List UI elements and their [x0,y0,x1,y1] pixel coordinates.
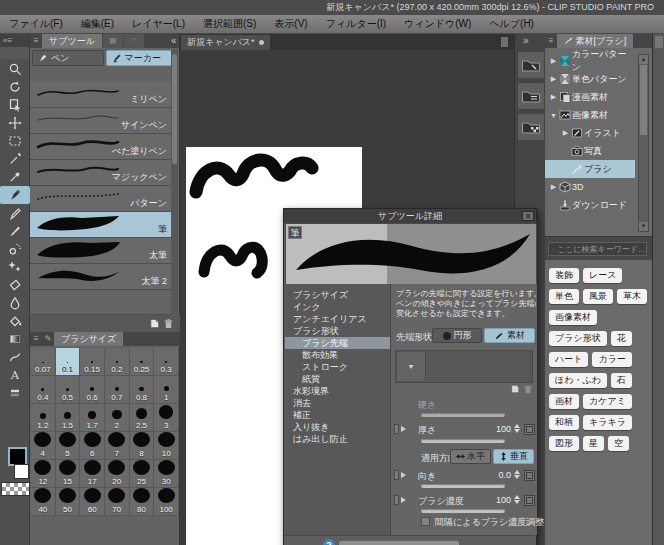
blend-tool-button[interactable] [0,294,30,312]
menu-item-1[interactable]: 編集(E) [72,15,123,33]
group-pen-button[interactable]: ペン [32,50,104,66]
brush-size-1.5[interactable]: 1.5 [56,404,81,432]
tab-stub-1[interactable]: ▤ [103,34,123,48]
dialog-nav-ブラシサイズ[interactable]: ブラシサイズ [285,289,390,301]
dialog-nav-インク[interactable]: インク [285,301,390,313]
direction-source-button[interactable] [524,470,535,481]
close-icon[interactable]: ✕ [522,211,534,221]
expand-icon[interactable]: ▶ [549,183,558,191]
thickness-dynamics[interactable] [394,424,406,434]
brush-size-2[interactable]: 2 [105,404,130,432]
scroll-up-icon[interactable]: ▲ [639,55,648,64]
brush-size-0.15[interactable]: 0.15 [80,348,105,376]
brush-tool-button[interactable] [0,222,30,240]
frame-tool-button[interactable] [0,384,30,402]
tree-item-写真[interactable]: 写真 [545,142,635,160]
materials-tree-scrollbar[interactable]: ▲ ▼ [638,54,649,232]
tab-stub-2[interactable]: ◠ [124,34,144,48]
thickness-spinner[interactable] [514,424,520,433]
tag-装飾[interactable]: 装飾 [549,268,579,283]
tag-単色[interactable]: 単色 [549,289,579,304]
dialog-nav-入り抜き[interactable]: 入り抜き [285,421,390,433]
material-brush-folder-button[interactable] [517,51,545,79]
gradient-tool-button[interactable] [0,330,30,348]
brush-size-1.2[interactable]: 1.2 [31,404,56,432]
auto-select-tool-button[interactable] [0,150,30,168]
expand-icon[interactable]: ▶ [549,75,558,83]
fill-tool-button[interactable] [0,312,30,330]
dialog-nav-紙質[interactable]: 紙質 [285,373,390,385]
brush-size-0.7[interactable]: 0.7 [105,376,130,404]
brush-size-0.3[interactable]: 0.3 [154,348,179,376]
brush-size-0.2[interactable]: 0.2 [105,348,130,376]
brush-size-25[interactable]: 25 [130,460,155,488]
transparent-color-swatch[interactable] [1,482,30,496]
menu-item-0[interactable]: ファイル(F) [0,15,72,33]
dialog-nav-ブラシ形状[interactable]: ブラシ形状 [285,325,390,337]
expand-icon[interactable]: ▶ [549,93,558,101]
brush-size-30[interactable]: 30 [154,460,179,488]
selection-tool-button[interactable] [0,132,30,150]
menu-item-5[interactable]: フィルター(I) [317,15,395,33]
brush-size-50[interactable]: 50 [56,488,81,516]
figure-tool-button[interactable] [0,348,30,366]
dialog-nav-ブラシ先端[interactable]: ブラシ先端 [285,337,390,349]
tag-空[interactable]: 空 [608,436,629,451]
menu-item-3[interactable]: 選択範囲(S) [194,15,265,33]
subtool-item-太筆[interactable]: 太筆 [30,238,172,264]
subtool-item-サインペン[interactable]: サインペン [30,108,172,134]
menu-item-6[interactable]: ウィンドウ(W) [395,15,480,33]
tree-item-漫画素材[interactable]: ▶漫画素材 [545,88,635,106]
menu-item-2[interactable]: レイヤー(L) [123,15,194,33]
subtool-scrollbar[interactable] [171,50,178,314]
search-input[interactable]: ここに検索キーワード… [548,242,647,256]
brush-size-0.5[interactable]: 0.5 [56,376,81,404]
tip-material-thumbnail[interactable]: ▼ [397,352,426,381]
brush-size-80[interactable]: 80 [130,488,155,516]
subtool-item-ミリペン[interactable]: ミリペン [30,82,172,108]
brush-size-0.8[interactable]: 0.8 [130,376,155,404]
direction-dynamics[interactable] [394,470,406,480]
tag-キラキラ[interactable]: キラキラ [583,415,632,430]
direction-spinner[interactable] [514,470,520,479]
dialog-nav-補正[interactable]: 補正 [285,409,390,421]
tag-ほわ・ふわ[interactable]: ほわ・ふわ [549,373,607,388]
tag-石[interactable]: 石 [611,373,632,388]
direction-slider[interactable] [421,484,505,488]
tree-item-3D[interactable]: ▶3D [545,178,635,196]
brush-size-7[interactable]: 7 [105,432,130,460]
brush-size-0.25[interactable]: 0.25 [130,348,155,376]
brush-size-0.6[interactable]: 0.6 [80,376,105,404]
brush-size-17[interactable]: 17 [80,460,105,488]
direction-value[interactable]: 0.0 [483,470,511,480]
tree-item-画像素材[interactable]: ▼画像素材 [545,106,635,124]
operation-tool-button[interactable] [0,96,30,114]
expand-icon[interactable]: ▶ [561,129,570,137]
apply-horizontal-button[interactable]: 水平 [450,449,491,464]
brush-size-3[interactable]: 3 [154,404,179,432]
density-dynamics[interactable] [394,495,406,505]
thickness-slider[interactable] [421,439,505,443]
subtool-item-筆[interactable]: 筆 [30,212,172,238]
tree-item-カラーパターン[interactable]: ▶カラーパターン [545,52,635,70]
brush-size-0.4[interactable]: 0.4 [31,376,56,404]
tip-shape-circle-button[interactable]: 円形 [432,328,482,343]
panel-menu-icon[interactable]: ≡ [30,34,42,48]
brush-size-2.5[interactable]: 2.5 [130,404,155,432]
apply-vertical-button[interactable]: 垂直 [493,449,534,464]
tip-shape-material-button[interactable]: 素材 [484,328,535,343]
sub-color-swatch[interactable] [14,464,29,479]
decoration-tool-button[interactable] [0,258,30,276]
rotate-tool-button[interactable] [0,78,30,96]
tag-風景[interactable]: 風景 [583,289,613,304]
tag-ハート[interactable]: ハート [549,352,588,367]
group-marker-button[interactable]: マーカー [106,50,178,66]
tab-scroll-left-icon[interactable]: « [171,35,177,46]
dialog-nav-消去[interactable]: 消去 [285,397,390,409]
new-subtool-icon[interactable] [149,318,160,329]
brush-size-6[interactable]: 6 [80,432,105,460]
brush-size-70[interactable]: 70 [105,488,130,516]
density-spinner[interactable] [514,495,520,504]
tag-図形[interactable]: 図形 [549,436,579,451]
tag-和柄[interactable]: 和柄 [549,415,579,430]
